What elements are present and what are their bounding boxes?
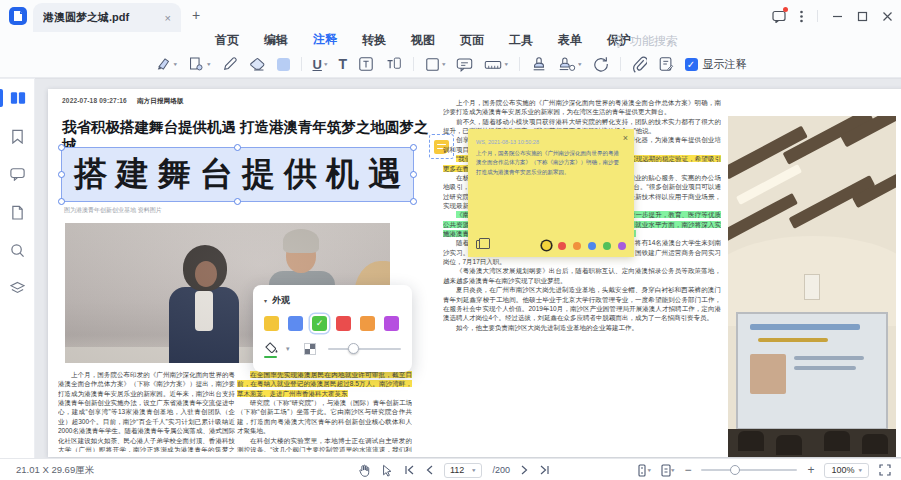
sidebar-item-pages[interactable] xyxy=(0,193,35,231)
page-number-value[interactable]: 112 xyxy=(450,465,468,475)
sidebar-item-bookmarks[interactable] xyxy=(0,117,35,155)
chevron-down-icon[interactable]: ▾ xyxy=(858,467,862,473)
resize-handle[interactable] xyxy=(234,198,241,205)
resize-handle[interactable] xyxy=(410,198,417,205)
resize-handle[interactable] xyxy=(58,144,65,151)
last-page-button[interactable] xyxy=(539,465,550,475)
sticky-note-popup[interactable]: × WS, 2021-08-13 10:50:28 上个月，国务院公布实施的《广… xyxy=(468,129,634,257)
sidebar-item-comments[interactable] xyxy=(0,155,35,193)
new-tab-button[interactable]: + xyxy=(192,7,200,23)
document-tab[interactable]: 港澳圆梦之城.pdf × xyxy=(33,3,181,32)
menu-item[interactable]: 转换 xyxy=(362,32,386,52)
signature-tool[interactable]: ▾ xyxy=(558,56,582,72)
maximize-button[interactable] xyxy=(857,11,868,22)
zoom-slider-knob[interactable] xyxy=(730,465,740,475)
resize-handle[interactable] xyxy=(58,171,65,178)
stamp-tool[interactable] xyxy=(531,56,547,72)
show-annotations-toggle[interactable]: ✓ 显示注释 xyxy=(685,57,747,72)
active-color-swatch[interactable] xyxy=(277,58,290,71)
fill-color-icon[interactable] xyxy=(264,342,278,356)
resize-handle[interactable] xyxy=(410,171,417,178)
eraser-tool[interactable] xyxy=(249,57,266,72)
note-color-dot[interactable] xyxy=(542,241,551,250)
textbox-tool[interactable] xyxy=(358,56,374,72)
menu-item[interactable]: 表单 xyxy=(558,32,582,52)
color-swatch[interactable] xyxy=(360,316,375,331)
note-color-dot[interactable] xyxy=(573,242,581,250)
note-color-dot[interactable] xyxy=(603,242,611,250)
menu-item[interactable]: 工具 xyxy=(509,32,533,52)
next-page-button[interactable] xyxy=(521,465,528,475)
feature-search[interactable]: 功能搜索 xyxy=(612,33,678,50)
notes-tool[interactable] xyxy=(658,56,674,72)
area-highlight-tool[interactable]: ▾ xyxy=(188,56,211,72)
chevron-down-icon[interactable]: ▾ xyxy=(286,345,290,353)
underline-glyph: U xyxy=(313,57,322,72)
menu-item[interactable]: 视图 xyxy=(411,32,435,52)
rotate-tool[interactable] xyxy=(593,56,609,72)
checkbox-checked-icon[interactable]: ✓ xyxy=(685,58,698,71)
select-tool-icon[interactable] xyxy=(381,464,393,477)
selected-text-block[interactable]: 搭建舞台提供机遇 xyxy=(61,147,414,202)
search-icon xyxy=(10,243,25,258)
zoom-out-button[interactable]: − xyxy=(684,463,691,477)
note-color-dot[interactable] xyxy=(588,242,596,250)
first-page-button[interactable] xyxy=(404,465,415,475)
app-logo-icon xyxy=(9,7,27,25)
opacity-icon[interactable] xyxy=(304,343,316,355)
menu-item[interactable]: 注释 xyxy=(313,31,337,53)
color-swatch[interactable] xyxy=(384,316,399,331)
feedback-icon[interactable] xyxy=(772,10,786,23)
menu-item[interactable]: 编辑 xyxy=(264,32,288,52)
comment-tool[interactable] xyxy=(456,57,473,72)
color-swatch[interactable] xyxy=(336,316,351,331)
tab-close-icon[interactable]: × xyxy=(165,12,171,24)
page-number-input[interactable]: 112 ▾ xyxy=(444,463,482,478)
menu-item[interactable]: 首页 xyxy=(215,32,239,52)
color-swatch[interactable] xyxy=(264,316,279,331)
underline-tool[interactable]: U ▾ xyxy=(313,57,328,72)
note-color-dot[interactable] xyxy=(558,242,566,250)
resize-handle[interactable] xyxy=(58,198,65,205)
previous-page-button[interactable] xyxy=(426,465,433,475)
scroll-mode-button[interactable]: ▾ xyxy=(637,464,651,477)
note-body-text[interactable]: 上个月，国务院公布实施的《广州南沙深化面向世界的粤港澳全面合作总体方案》（下称《… xyxy=(476,149,624,177)
menu-item[interactable]: 页面 xyxy=(460,32,484,52)
collapse-triangle-icon[interactable]: ▾ xyxy=(264,297,267,304)
zoom-slider[interactable] xyxy=(701,469,797,471)
measure-tool[interactable]: ▾ xyxy=(484,58,508,71)
note-color-row xyxy=(542,241,626,250)
fullscreen-button[interactable] xyxy=(879,464,891,476)
article-date-line: 2022-07-18 09:27:16南方日报网络版 xyxy=(62,97,184,106)
close-button[interactable] xyxy=(882,11,893,22)
resize-handle[interactable] xyxy=(234,144,241,151)
more-menu-icon[interactable] xyxy=(800,10,803,23)
shapes-tool[interactable]: ▾ xyxy=(425,57,446,72)
zoom-in-button[interactable]: + xyxy=(807,463,814,477)
tab-title: 港澳圆梦之城.pdf xyxy=(43,10,159,25)
note-copy-icon[interactable] xyxy=(476,240,485,249)
zoom-level-select[interactable]: 100% ▾ xyxy=(824,463,869,478)
text-tool[interactable]: T xyxy=(338,56,347,72)
attachment-tool[interactable] xyxy=(632,56,647,73)
resize-handle[interactable] xyxy=(410,144,417,151)
highlighter-tool[interactable]: ▾ xyxy=(154,56,177,72)
opacity-slider[interactable] xyxy=(328,348,401,350)
sidebar-item-thumbnails[interactable] xyxy=(0,79,35,117)
typewriter-tool[interactable] xyxy=(385,56,402,72)
sidebar-item-layers[interactable] xyxy=(0,269,35,307)
color-swatch[interactable] xyxy=(312,316,327,331)
minimize-button[interactable] xyxy=(832,11,843,22)
chevron-down-icon[interactable]: ▾ xyxy=(472,467,476,473)
fit-page-button[interactable]: ▾ xyxy=(661,464,675,477)
hand-tool-icon[interactable] xyxy=(358,464,370,477)
note-close-icon[interactable]: × xyxy=(623,133,628,143)
chevron-down-icon[interactable]: ▾ xyxy=(671,467,675,473)
note-color-dot[interactable] xyxy=(618,242,626,250)
color-swatch[interactable] xyxy=(288,316,303,331)
opacity-slider-knob[interactable] xyxy=(348,343,359,354)
document-viewer[interactable]: 2022-07-18 09:27:16南方日报网络版 我省积极搭建舞台提供机遇 … xyxy=(35,78,901,458)
pencil-tool[interactable] xyxy=(222,56,238,72)
sidebar-item-search[interactable] xyxy=(0,231,35,269)
chevron-down-icon[interactable]: ▾ xyxy=(647,467,651,473)
